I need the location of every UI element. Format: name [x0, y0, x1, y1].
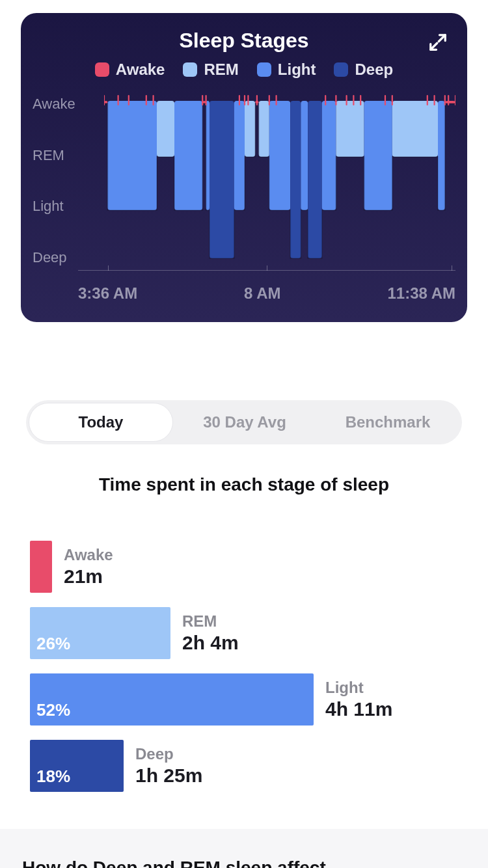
stage-duration: 2h 4m	[182, 632, 239, 654]
x-label-end: 11:38 AM	[388, 284, 455, 303]
tab-today[interactable]: Today	[29, 403, 173, 442]
svg-rect-18	[392, 101, 438, 157]
legend-label: Deep	[355, 61, 393, 79]
legend-label: Awake	[116, 61, 165, 79]
tab-label: Benchmark	[346, 413, 431, 431]
stage-row-light: 52% Light 4h 11m	[30, 673, 458, 726]
svg-rect-2	[157, 101, 174, 157]
stage-bar-awake	[30, 541, 52, 593]
legend-item-awake: Awake	[95, 61, 165, 79]
x-label-start: 3:36 AM	[78, 284, 137, 303]
section-title: Time spent in each stage of sleep	[0, 474, 488, 495]
svg-rect-10	[259, 101, 269, 157]
svg-rect-1	[107, 101, 157, 210]
sleep-chart-svg	[104, 94, 455, 270]
svg-rect-8	[245, 101, 255, 157]
chart-body: Awake REM Light Deep	[33, 94, 455, 270]
plot-area[interactable]	[104, 94, 455, 270]
legend-item-deep: Deep	[334, 61, 393, 79]
stage-pct: 52%	[36, 700, 70, 720]
swatch-light	[257, 62, 271, 77]
swatch-deep	[334, 62, 348, 77]
y-axis-label: REM	[33, 147, 104, 164]
stage-bar-rem: 26%	[30, 607, 170, 659]
swatch-awake	[95, 62, 109, 77]
tab-label: 30 Day Avg	[203, 413, 286, 431]
legend: Awake REM Light Deep	[33, 61, 455, 79]
svg-rect-12	[290, 101, 301, 258]
svg-rect-14	[308, 101, 322, 258]
x-axis-labels: 3:36 AM 8 AM 11:38 AM	[78, 284, 455, 303]
x-label-mid: 8 AM	[244, 284, 280, 303]
stage-pct: 18%	[36, 766, 70, 787]
legend-item-light: Light	[257, 61, 316, 79]
svg-rect-17	[364, 101, 392, 210]
svg-rect-11	[269, 101, 290, 210]
stage-bar-light: 52%	[30, 673, 314, 726]
chart-title: Sleep Stages	[33, 29, 455, 53]
stage-label: Deep	[135, 745, 202, 763]
view-tabs: Today 30 Day Avg Benchmark	[26, 400, 462, 444]
expand-button[interactable]	[426, 30, 450, 55]
stage-row-deep: 18% Deep 1h 25m	[30, 740, 458, 792]
svg-rect-6	[210, 101, 234, 258]
stage-label: REM	[182, 612, 239, 631]
stage-duration: 1h 25m	[135, 765, 202, 787]
svg-rect-15	[322, 101, 336, 210]
legend-label: Light	[278, 61, 316, 79]
tab-30-day-avg[interactable]: 30 Day Avg	[173, 403, 316, 442]
info-section: How do Deep and REM sleep affect	[0, 829, 488, 868]
y-axis-label: Awake	[33, 96, 104, 113]
svg-rect-13	[301, 101, 308, 210]
stage-breakdown: Awake 21m 26% REM 2h 4m 52% Light 4h 11m…	[30, 541, 458, 792]
stage-duration: 4h 11m	[325, 698, 392, 720]
info-heading: How do Deep and REM sleep affect	[22, 858, 466, 868]
y-axis-label: Light	[33, 198, 104, 215]
legend-label: REM	[204, 61, 238, 79]
stage-label: Awake	[64, 546, 113, 564]
svg-rect-7	[234, 101, 245, 210]
svg-rect-16	[336, 101, 364, 157]
legend-item-rem: REM	[183, 61, 238, 79]
y-axis-label: Deep	[33, 249, 104, 266]
svg-rect-19	[438, 101, 445, 210]
y-axis: Awake REM Light Deep	[33, 94, 104, 270]
tab-benchmark[interactable]: Benchmark	[316, 403, 459, 442]
stage-duration: 21m	[64, 565, 113, 588]
stage-pct: 26%	[36, 634, 70, 654]
chart-header: Sleep Stages	[33, 29, 455, 53]
x-axis	[78, 270, 455, 282]
tab-label: Today	[79, 413, 124, 431]
expand-icon	[428, 33, 448, 52]
stage-label: Light	[325, 679, 392, 697]
svg-rect-3	[174, 101, 202, 210]
stage-row-rem: 26% REM 2h 4m	[30, 607, 458, 659]
swatch-rem	[183, 62, 197, 77]
stage-bar-deep: 18%	[30, 740, 124, 792]
sleep-stages-card: Sleep Stages Awake REM Light Deep Awake	[21, 13, 467, 322]
stage-row-awake: Awake 21m	[30, 541, 458, 593]
